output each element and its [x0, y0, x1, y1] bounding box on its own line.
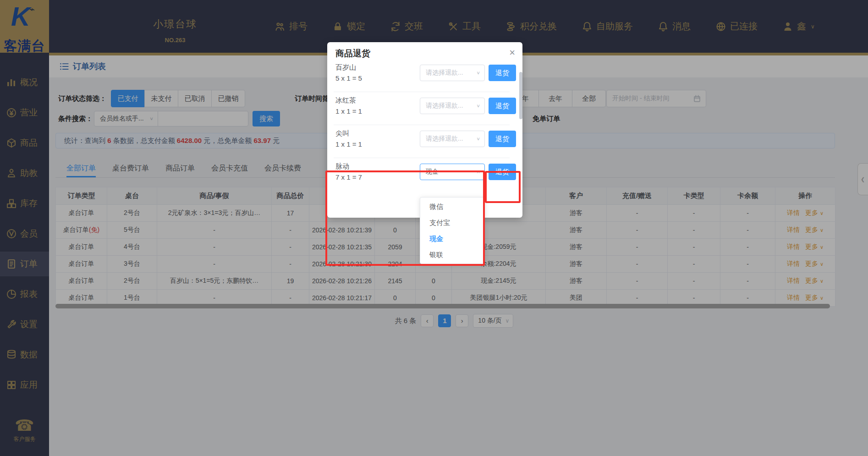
close-icon[interactable]: × [509, 48, 515, 58]
chevron-down-icon: ∨ [476, 103, 480, 108]
chevron-up-icon: ∧ [476, 169, 480, 174]
divider [334, 125, 510, 125]
item-qty: 5 x 1 = 5 [335, 74, 362, 82]
payment-option-现金[interactable]: 现金 [420, 231, 484, 247]
dialog-title: 商品退货 [335, 48, 370, 60]
chevron-down-icon: ∨ [476, 70, 480, 75]
return-item-尖叫: 尖叫1 x 1 = 1请选择退款...∨退货 [327, 127, 522, 160]
chevron-down-icon: ∨ [476, 136, 480, 141]
dialog-scrollbar[interactable] [519, 72, 522, 119]
divider [334, 158, 510, 158]
app-root: 概况营业商品助教库存会员订单报表设置数据应用 K⌁ 客满台 ☎ 客户服务 小璟台… [0, 0, 868, 456]
payment-method-dropdown: 微信支付宝现金银联 [420, 197, 485, 264]
refund-method-select[interactable]: 现金∧ [420, 164, 485, 180]
item-name: 冰红茶 [335, 96, 356, 105]
return-goods-dialog: 商品退货 × 百岁山5 x 1 = 5请选择退款...∨退货冰红茶1 x 1 =… [327, 42, 522, 218]
item-name: 百岁山 [335, 63, 356, 72]
item-qty: 1 x 1 = 1 [335, 140, 362, 148]
refund-method-select[interactable]: 请选择退款...∨ [420, 65, 485, 81]
payment-option-微信[interactable]: 微信 [420, 198, 484, 214]
return-button[interactable]: 退货 [489, 65, 516, 81]
return-item-冰红茶: 冰红茶1 x 1 = 1请选择退款...∨退货 [327, 94, 522, 127]
item-qty: 1 x 1 = 1 [335, 107, 362, 115]
divider [334, 92, 510, 92]
return-button[interactable]: 退货 [489, 131, 516, 147]
item-qty: 7 x 1 = 7 [335, 173, 362, 181]
payment-option-支付宝[interactable]: 支付宝 [420, 214, 484, 231]
return-item-百岁山: 百岁山5 x 1 = 5请选择退款...∨退货 [327, 61, 522, 94]
return-button[interactable]: 退货 [489, 98, 516, 114]
item-name: 脉动 [335, 162, 349, 171]
refund-method-select[interactable]: 请选择退款...∨ [420, 131, 485, 147]
return-button[interactable]: 退货 [489, 164, 516, 180]
refund-method-select[interactable]: 请选择退款...∨ [420, 98, 485, 114]
item-name: 尖叫 [335, 129, 349, 138]
payment-option-银联[interactable]: 银联 [420, 247, 484, 263]
return-item-脉动: 脉动7 x 1 = 7现金∧退货 [327, 160, 522, 193]
